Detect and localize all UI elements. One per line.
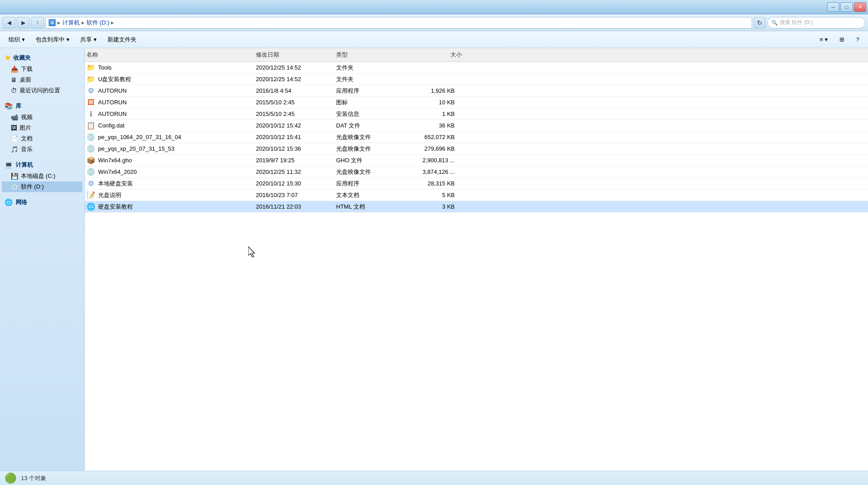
computer-header[interactable]: 💻 计算机: [2, 159, 82, 171]
content-area: 名称 修改日期 类型 大小 📁 Tools 2020/12/25 14:52 文…: [85, 48, 868, 471]
search-placeholder: 搜索 软件 (D:): [780, 19, 813, 26]
file-type: 安装信息: [334, 110, 406, 119]
table-row[interactable]: 🌐 硬盘安装教程 2016/11/21 22:03 HTML 文档 3 KB: [85, 201, 868, 213]
header-type[interactable]: 类型: [334, 50, 406, 60]
file-type: 文件夹: [334, 63, 406, 72]
library-label: 库: [16, 102, 21, 110]
recent-icon: ⏱: [11, 87, 17, 94]
table-row[interactable]: 🖼 AUTORUN 2015/5/10 2:45 图标 10 KB: [85, 97, 868, 108]
driveC-icon: 💾: [11, 173, 18, 180]
network-section: 🌐 网络: [2, 197, 82, 208]
file-type-icon: ℹ: [86, 110, 95, 118]
network-header[interactable]: 🌐 网络: [2, 197, 82, 208]
help-button[interactable]: ?: [851, 33, 864, 46]
table-row[interactable]: 📁 U盘安装教程 2020/12/25 14:52 文件夹: [85, 74, 868, 85]
search-box[interactable]: 🔍 搜索 软件 (D:): [767, 17, 865, 29]
breadcrumb-drive[interactable]: 软件 (D:): [86, 19, 109, 27]
file-type-icon: ⚙: [86, 179, 95, 188]
table-row[interactable]: 📝 光盘说明 2016/10/23 7:07 文本文档 5 KB: [85, 189, 868, 201]
file-date: 2016/1/8 4:54: [254, 87, 334, 95]
layout-toggle-button[interactable]: ⊞: [835, 33, 849, 46]
breadcrumb-computer[interactable]: 计算机: [62, 19, 80, 27]
file-list-header: 名称 修改日期 类型 大小: [85, 48, 868, 62]
driveD-icon: 💿: [11, 183, 18, 190]
sidebar-item-picture[interactable]: 🖼 图片: [2, 123, 82, 133]
file-type-icon: 💿: [86, 144, 95, 153]
view-icon: ≡: [819, 36, 823, 43]
table-row[interactable]: 💿 pe_yqs_xp_20_07_31_15_53 2020/10/12 15…: [85, 143, 868, 155]
download-label: 下载: [21, 65, 33, 73]
table-row[interactable]: 💿 pe_yqs_1064_20_07_31_16_04 2020/10/12 …: [85, 132, 868, 143]
header-name[interactable]: 名称: [85, 50, 254, 60]
file-name: AUTORUN: [98, 111, 127, 117]
organize-button[interactable]: 组织 ▾: [4, 33, 30, 46]
status-icon: 🟢: [4, 473, 16, 484]
file-date: 2016/10/23 7:07: [254, 191, 334, 199]
address-bar: ◀ ▶ ↑ 🖥 ▸ 计算机 ▸ 软件 (D:) ▸ ↻ 🔍 搜索 软件 (D:): [0, 14, 868, 31]
file-size: 652,072 KB: [406, 133, 464, 141]
sidebar-item-video[interactable]: 📹 视频: [2, 112, 82, 123]
header-date[interactable]: 修改日期: [254, 50, 334, 60]
file-date: 2019/9/7 19:25: [254, 156, 334, 164]
table-row[interactable]: 📋 Config.dat 2020/10/12 15:42 DAT 文件 36 …: [85, 120, 868, 132]
view-options-button[interactable]: ≡ ▾: [815, 33, 833, 46]
table-row[interactable]: ℹ AUTORUN 2015/5/10 2:45 安装信息 1 KB: [85, 108, 868, 120]
star-icon: ★: [4, 53, 11, 62]
sidebar-item-driveD[interactable]: 💿 软件 (D:): [2, 181, 82, 192]
file-type: GHO 文件: [334, 156, 406, 165]
header-size[interactable]: 大小: [406, 50, 464, 60]
window-controls: ─ □ ✕: [827, 2, 866, 12]
library-header[interactable]: 📚 库: [2, 100, 82, 112]
sidebar-item-recent[interactable]: ⏱ 最近访问的位置: [2, 85, 82, 96]
file-name: 本地硬盘安装: [98, 180, 133, 188]
table-row[interactable]: 📦 Win7x64.gho 2019/9/7 19:25 GHO 文件 2,90…: [85, 155, 868, 166]
include-library-button[interactable]: 包含到库中 ▾: [31, 33, 74, 46]
sidebar-item-download[interactable]: 📥 下载: [2, 64, 82, 74]
up-button[interactable]: ↑: [31, 17, 44, 29]
view-arrow: ▾: [825, 36, 828, 43]
back-button[interactable]: ◀: [3, 17, 15, 29]
file-size: [406, 67, 464, 68]
share-arrow: ▾: [94, 36, 97, 43]
file-date: 2015/5/10 2:45: [254, 110, 334, 118]
main-layout: ★ 收藏夹 📥 下载 🖥 桌面 ⏱ 最近访问的位置 📚 库 �: [0, 48, 868, 471]
close-button[interactable]: ✕: [854, 2, 866, 12]
breadcrumb-home-icon: 🖥: [49, 19, 56, 26]
table-row[interactable]: ⚙ 本地硬盘安装 2020/10/12 15:30 应用程序 28,315 KB: [85, 178, 868, 189]
sidebar-item-driveC[interactable]: 💾 本地磁盘 (C:): [2, 171, 82, 181]
refresh-button[interactable]: ↻: [754, 17, 765, 29]
download-icon: 📥: [11, 66, 18, 73]
file-date: 2020/10/12 15:30: [254, 180, 334, 187]
favorites-header[interactable]: ★ 收藏夹: [2, 52, 82, 64]
share-button[interactable]: 共享 ▾: [75, 33, 102, 46]
file-size: 28,315 KB: [406, 180, 464, 187]
new-folder-button[interactable]: 新建文件夹: [103, 33, 141, 46]
file-type-icon: ⚙: [86, 86, 95, 95]
favorites-label: 收藏夹: [13, 54, 31, 62]
table-row[interactable]: 💿 Win7x64_2020 2020/12/25 11:32 光盘映像文件 3…: [85, 166, 868, 178]
table-row[interactable]: ⚙ AUTORUN 2016/1/8 4:54 应用程序 1,926 KB: [85, 85, 868, 97]
driveC-label: 本地磁盘 (C:): [21, 172, 55, 180]
file-name: 光盘说明: [98, 191, 121, 199]
minimize-button[interactable]: ─: [827, 2, 839, 12]
table-row[interactable]: 📁 Tools 2020/12/25 14:52 文件夹: [85, 62, 868, 74]
new-folder-label: 新建文件夹: [107, 36, 136, 44]
sidebar-item-document[interactable]: 📄 文档: [2, 133, 82, 144]
video-icon: 📹: [11, 114, 18, 121]
picture-label: 图片: [20, 124, 31, 132]
maximize-button[interactable]: □: [840, 2, 853, 12]
sidebar-item-desktop[interactable]: 🖥 桌面: [2, 74, 82, 85]
library-section: 📚 库 📹 视频 🖼 图片 📄 文档 🎵 音乐: [2, 100, 82, 155]
document-icon: 📄: [11, 135, 18, 142]
file-date: 2016/11/21 22:03: [254, 203, 334, 210]
include-label: 包含到库中: [36, 36, 65, 44]
file-list: 名称 修改日期 类型 大小 📁 Tools 2020/12/25 14:52 文…: [85, 48, 868, 213]
file-type: 文本文档: [334, 191, 406, 200]
file-type: HTML 文档: [334, 202, 406, 211]
sidebar-item-music[interactable]: 🎵 音乐: [2, 144, 82, 155]
help-icon: ?: [856, 36, 860, 43]
forward-button[interactable]: ▶: [17, 17, 29, 29]
include-arrow: ▾: [66, 36, 70, 43]
file-type-icon: 📋: [86, 121, 95, 130]
file-date: 2020/10/12 15:42: [254, 122, 334, 129]
